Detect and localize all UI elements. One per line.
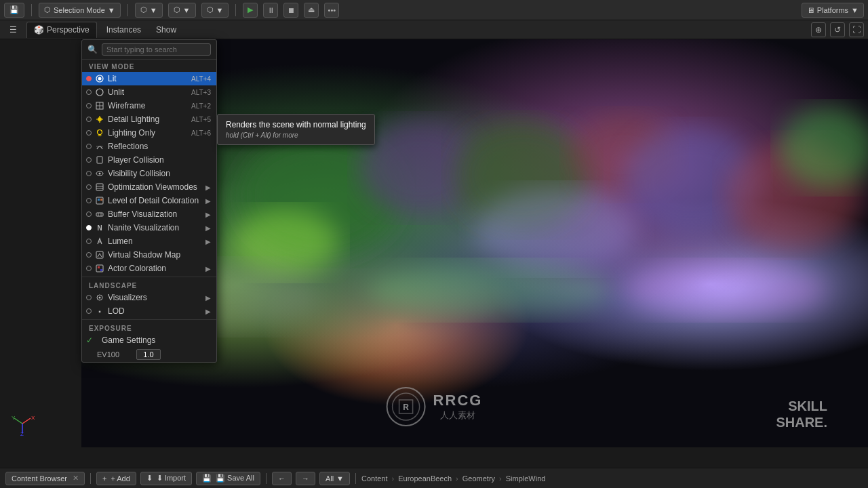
dot-unlit <box>86 89 92 95</box>
instances-label: Instances <box>106 25 141 35</box>
menu-item-lod-landscape[interactable]: ▪ LOD ▶ <box>82 304 216 318</box>
menu-search-row: 🔍 <box>82 40 216 60</box>
svg-line-26 <box>101 136 102 137</box>
breadcrumb-content[interactable]: Content <box>361 474 388 483</box>
viewport-axes: X Y Z <box>10 411 35 437</box>
bc-arrow-3: › <box>499 474 502 483</box>
cursor-icon: ⬡ <box>44 5 51 14</box>
svg-point-13 <box>98 77 102 81</box>
dot-nan <box>86 225 92 230</box>
player-collision-icon <box>95 155 104 165</box>
main-area: 🔍 VIEW MODE Lit ALT+4 Unlit ALT+3 <box>0 39 868 468</box>
all-filter-btn[interactable]: All ▼ <box>319 472 350 485</box>
actor-color-icon <box>95 264 104 273</box>
layout-btn[interactable]: ⛶ <box>849 22 864 37</box>
dot-lit <box>86 76 92 81</box>
breadcrumb-geometry[interactable]: Geometry <box>462 474 495 483</box>
save-btn[interactable]: 💾 <box>4 3 24 18</box>
menu-item-lod-color[interactable]: Level of Detail Coloration ▶ <box>82 194 216 207</box>
perspective-icon: 🎲 <box>34 25 44 35</box>
transform-btn-3[interactable]: ⬡ ▼ <box>201 3 229 18</box>
bottom-sep-3 <box>355 473 356 484</box>
perspective-tab[interactable]: 🎲 Perspective <box>26 22 97 38</box>
view-mode-dropdown: 🔍 VIEW MODE Lit ALT+4 Unlit ALT+3 <box>81 39 217 363</box>
rrcg-text: RRCG <box>433 392 483 409</box>
menu-item-nanite[interactable]: N Nanite Visualization ▶ <box>82 221 216 235</box>
content-browser-tab[interactable]: Content Browser ✕ <box>5 472 85 485</box>
transform-btn-1[interactable]: ⬡ ▼ <box>135 3 163 18</box>
dot-pc <box>86 157 92 163</box>
svg-point-5 <box>475 188 637 270</box>
menu-item-reflections[interactable]: Reflections <box>82 140 216 153</box>
history-back-btn[interactable]: ← <box>272 472 292 485</box>
hamburger-btn[interactable]: ☰ <box>4 22 22 38</box>
tooltip-title: Renders the scene with normal lighting <box>226 120 366 129</box>
save-all-icon: 💾 <box>202 474 212 483</box>
move-dropdown-icon: ▼ <box>150 6 157 14</box>
move-icon: ⬡ <box>140 5 147 14</box>
play-btn[interactable]: ▶ <box>243 3 258 18</box>
more-play-btn[interactable]: ••• <box>324 3 339 18</box>
breadcrumb-simplewind[interactable]: SimpleWind <box>506 474 546 483</box>
selection-mode-btn[interactable]: ⬡ Selection Mode ▼ <box>39 3 121 18</box>
save-all-btn[interactable]: 💾 💾 Save All <box>196 472 260 485</box>
menu-item-unlit[interactable]: Unlit ALT+3 <box>82 85 216 99</box>
ev100-row: EV100 1.0 <box>82 347 216 362</box>
svg-point-11 <box>624 263 827 317</box>
scale-dropdown-icon: ▼ <box>216 6 224 14</box>
lighting-only-icon <box>95 128 104 138</box>
add-viewport-btn[interactable]: ⊕ <box>811 22 826 37</box>
filter-dropdown-icon: ▼ <box>336 474 344 483</box>
dot-wire <box>86 103 92 108</box>
dot-lc <box>86 198 92 203</box>
search-icon: 🔍 <box>87 45 98 54</box>
perspective-label: Perspective <box>47 25 90 35</box>
menu-item-opt-viewmodes[interactable]: Optimization Viewmodes ▶ <box>82 180 216 194</box>
menu-item-visualizers[interactable]: Visualizers ▶ <box>82 291 216 304</box>
svg-rect-28 <box>97 157 102 163</box>
eject-btn[interactable]: ⏏ <box>304 3 319 18</box>
stop-btn[interactable]: ⏹ <box>283 3 298 18</box>
menu-item-buffer-vis[interactable]: Buffer Visualization ▶ <box>82 207 216 221</box>
unlit-icon <box>95 87 104 97</box>
instances-tab[interactable]: Instances <box>101 22 146 38</box>
menu-item-actor-color[interactable]: Actor Coloration ▶ <box>82 262 216 275</box>
svg-point-23 <box>98 130 102 135</box>
menu-item-vis-collision[interactable]: Visibility Collision <box>82 167 216 180</box>
menu-item-wireframe[interactable]: Wireframe ALT+2 <box>82 99 216 113</box>
vis-collision-icon <box>95 169 104 178</box>
buffer-vis-icon <box>95 209 104 219</box>
breadcrumb-europeanbeech[interactable]: EuropeanBeech <box>398 474 452 483</box>
menu-item-player-collision[interactable]: Player Collision <box>82 153 216 167</box>
watermark-skillshare: SKILL SHARE. <box>776 398 827 430</box>
bc-arrow-1: › <box>392 474 395 483</box>
selection-mode-label: Selection Mode <box>54 6 105 14</box>
history-fwd-btn[interactable]: → <box>296 472 315 485</box>
add-label: + Add <box>111 474 130 483</box>
svg-text:Y: Y <box>12 415 16 421</box>
dot-lo <box>86 130 92 136</box>
import-btn[interactable]: ⬇ ⬇ Import <box>140 472 192 485</box>
visualizers-icon <box>95 293 104 302</box>
pause-btn[interactable]: ⏸ <box>263 3 278 18</box>
lod-landscape-icon: ▪ <box>95 306 104 316</box>
exposure-section: EXPOSURE <box>82 321 216 333</box>
svg-text:X: X <box>31 415 35 421</box>
menu-item-detail-lighting[interactable]: Detail Lighting ALT+5 <box>82 113 216 126</box>
tooltip-subtitle: hold (Ctrl + Alt) for more <box>226 131 366 139</box>
restore-btn[interactable]: ↺ <box>830 22 845 37</box>
platforms-btn[interactable]: 🖥 Platforms ▼ <box>802 3 864 18</box>
menu-item-vsm[interactable]: Virtual Shadow Map <box>82 248 216 262</box>
menu-item-game-settings[interactable]: ✓ Game Settings <box>82 333 216 347</box>
transform-btn-2[interactable]: ⬡ ▼ <box>168 3 196 18</box>
menu-item-lit[interactable]: Lit ALT+4 <box>82 72 216 85</box>
content-browser-close[interactable]: ✕ <box>73 474 79 483</box>
landscape-section: LANDSCAPE <box>82 279 216 291</box>
svg-line-25 <box>98 136 99 137</box>
show-tab[interactable]: Show <box>151 22 182 38</box>
menu-item-lumen[interactable]: Lumen ▶ <box>82 235 216 248</box>
menu-item-lighting-only[interactable]: Lighting Only ALT+6 <box>82 126 216 140</box>
view-mode-section: VIEW MODE <box>82 60 216 72</box>
add-btn[interactable]: + + Add <box>96 472 136 485</box>
menu-search-input[interactable] <box>102 43 211 56</box>
